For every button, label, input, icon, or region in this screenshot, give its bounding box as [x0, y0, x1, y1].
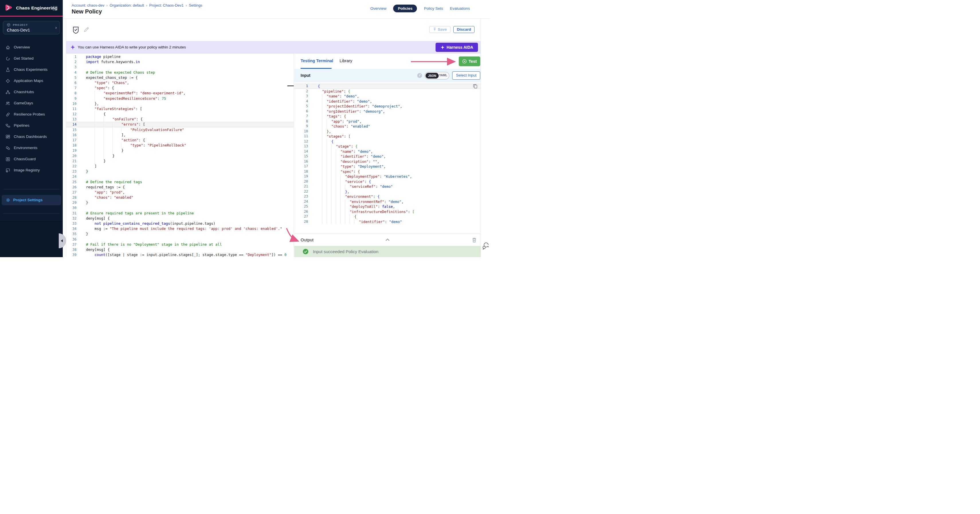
- line-number: 12: [66, 111, 79, 117]
- code-line: 23"environment": {: [294, 194, 480, 199]
- policy-code-editor[interactable]: 1package pipeline2import future.keywords…: [66, 54, 294, 257]
- sidebar-item-gamedays[interactable]: GameDays: [0, 98, 63, 109]
- tab-evaluations[interactable]: Evaluations: [450, 6, 470, 11]
- sidebar-item-resilience-probes[interactable]: Resilience Probes: [0, 109, 63, 120]
- toggle-json[interactable]: JSON: [426, 73, 439, 78]
- feedback-chat-icon[interactable]: [482, 242, 489, 250]
- breadcrumb-account[interactable]: Account: chaos-dev: [72, 3, 104, 8]
- code-line: 26required_tags := {: [66, 185, 294, 190]
- sidebar-item-environments[interactable]: Environments: [0, 142, 63, 154]
- edit-pencil-icon[interactable]: [83, 26, 89, 33]
- tab-library[interactable]: Library: [340, 59, 352, 63]
- capsule-icon: [5, 112, 10, 117]
- hexagons-icon: [5, 146, 10, 151]
- tab-overview[interactable]: Overview: [370, 6, 386, 11]
- code-line: 8"app": "prod",: [294, 119, 480, 124]
- flask-icon: [5, 67, 10, 72]
- line-number: 21: [66, 159, 79, 164]
- code-line: 10},: [66, 101, 294, 107]
- save-button[interactable]: Save: [429, 26, 450, 33]
- line-number: 5: [66, 75, 79, 80]
- line-number: 6: [66, 80, 79, 86]
- sidebar-item-chaos-dashboards[interactable]: Chaos Dashboards: [0, 131, 63, 142]
- sidebar-collapse-handle[interactable]: [59, 233, 66, 248]
- toggle-yaml[interactable]: YAML: [439, 73, 447, 77]
- trash-icon[interactable]: [472, 237, 477, 243]
- prettify-icon[interactable]: [417, 73, 422, 78]
- line-number: 6: [294, 109, 311, 114]
- breadcrumb-organization[interactable]: Organization: default: [110, 3, 144, 8]
- code-line: 27{: [294, 214, 480, 219]
- input-label: Input: [301, 73, 310, 78]
- line-number: 9: [66, 96, 79, 101]
- line-number: 17: [66, 138, 79, 143]
- breadcrumb: Account: chaos-dev›Organization: default…: [72, 3, 202, 8]
- breadcrumb-project[interactable]: Project: Chaos-Dev1: [149, 3, 184, 8]
- code-line: 29}: [66, 200, 294, 205]
- code-line: 9"chaos": "enabled": [294, 124, 480, 129]
- dashboard-icon: [5, 134, 10, 139]
- line-number: 24: [66, 174, 79, 179]
- line-number: 1: [294, 84, 311, 89]
- code-line: 19"deploymentType": "Kubernetes",: [294, 174, 480, 179]
- code-line: 21"serviceRef": "demo": [294, 184, 480, 189]
- line-number: 29: [66, 200, 79, 205]
- line-number: 26: [294, 209, 311, 215]
- line-number: 7: [294, 114, 311, 119]
- line-number: 10: [294, 129, 311, 134]
- code-line: 17"type": "Deployment",: [294, 164, 480, 169]
- code-line: 15"PolicyEvaluationFailure": [66, 127, 294, 132]
- get-started-icon: [5, 56, 10, 61]
- sidebar-item-overview[interactable]: Overview: [0, 42, 63, 53]
- code-line: 13"onFailure": {: [66, 117, 294, 122]
- sidebar-item-get-started[interactable]: Get Started: [0, 53, 63, 64]
- select-input-button[interactable]: Select Input: [452, 72, 480, 80]
- code-line: 25# Define the required tags: [66, 180, 294, 185]
- line-number: 9: [294, 124, 311, 129]
- sidebar-item-pipelines[interactable]: Pipelines: [0, 120, 63, 131]
- users-icon: [5, 101, 10, 106]
- line-number: 23: [294, 194, 311, 199]
- harness-aida-button[interactable]: Harness AIDA: [436, 43, 478, 52]
- line-number: 27: [66, 190, 79, 195]
- code-line: 7"spec": {: [66, 86, 294, 91]
- code-line: 12{: [294, 139, 480, 144]
- line-number: 4: [66, 70, 79, 75]
- line-number: 32: [66, 216, 79, 221]
- sidebar-item-image-registry[interactable]: Image Registry: [0, 165, 63, 176]
- input-json-editor[interactable]: 1{2"pipeline": {3"name": "demo",4"identi…: [294, 82, 480, 234]
- sidebar-item-chaos-experiments[interactable]: Chaos Experiments: [0, 64, 63, 75]
- copy-icon[interactable]: [473, 84, 478, 89]
- code-line: 28"identifier": "demo": [294, 219, 480, 224]
- shield-check-icon[interactable]: [73, 26, 79, 34]
- line-number: 1: [66, 54, 79, 59]
- code-line: 17"action": {: [66, 138, 294, 143]
- sidebar-item-chaosguard[interactable]: ChaosGuard: [0, 154, 63, 165]
- code-line: 39count([stage | stage := input.pipeline…: [66, 252, 294, 257]
- sidebar-item-project-settings[interactable]: Project Settings: [2, 195, 61, 205]
- code-line: 6"type": "Chaos",: [66, 80, 294, 86]
- sidebar-item-chaoshubs[interactable]: ChaosHubs: [0, 87, 63, 98]
- code-line: 25"deployToAll": false,: [294, 204, 480, 209]
- brand-accent-line: [0, 16, 63, 17]
- module-grid-icon[interactable]: [52, 5, 58, 11]
- editor-cursor-marker: [287, 86, 294, 86]
- tab-policies[interactable]: Policies: [393, 5, 417, 12]
- lock-box-icon: [5, 157, 10, 162]
- tab-testing-terminal[interactable]: Testing Terminal: [301, 59, 333, 63]
- code-line: 7"tags": {: [294, 114, 480, 119]
- test-button[interactable]: Test: [459, 56, 480, 66]
- project-selector[interactable]: PROJECT Chaos-Dev1 ›: [3, 21, 60, 34]
- line-number: 12: [294, 139, 311, 144]
- breadcrumb-settings[interactable]: Settings: [189, 3, 202, 8]
- line-number: 31: [66, 211, 79, 216]
- sidebar-item-application-maps[interactable]: Application Maps: [0, 75, 63, 87]
- code-line: 20}: [66, 153, 294, 159]
- code-line: 16"description": "",: [294, 159, 480, 164]
- discard-button[interactable]: Discard: [453, 26, 474, 33]
- chevron-up-icon[interactable]: [385, 238, 390, 242]
- play-circle-icon: [462, 59, 467, 64]
- tab-policy-sets[interactable]: Policy Sets: [424, 6, 443, 11]
- output-label: Output: [301, 237, 313, 242]
- evaluation-result: Input succeeded Policy Evaluation: [294, 246, 480, 257]
